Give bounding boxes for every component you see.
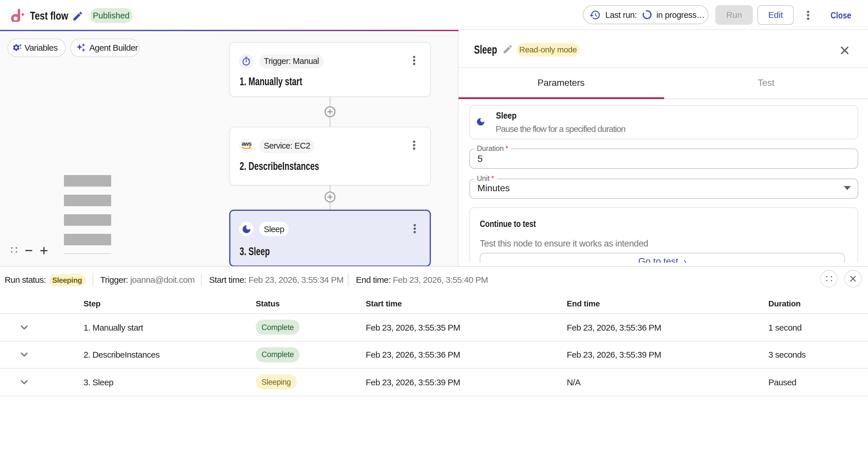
svg-text:aws: aws [241, 141, 251, 147]
